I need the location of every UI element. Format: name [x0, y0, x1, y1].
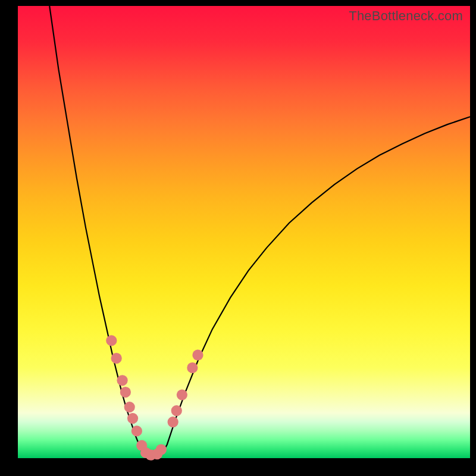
chart-frame: TheBottleneck.com [0, 0, 476, 476]
data-point [117, 375, 127, 386]
data-point [156, 444, 167, 455]
data-point [124, 402, 135, 412]
curve-left-branch [49, 6, 142, 453]
data-point [192, 350, 203, 361]
data-point [106, 335, 117, 346]
data-markers [106, 335, 203, 461]
data-point [171, 405, 182, 416]
curve-right-branch [162, 117, 470, 453]
data-point [120, 387, 131, 397]
data-point [177, 389, 187, 400]
bottleneck-curve [18, 6, 470, 458]
data-point [127, 413, 138, 424]
data-point [111, 353, 122, 364]
data-point [187, 362, 198, 373]
data-point [168, 416, 178, 427]
plot-area: TheBottleneck.com [18, 6, 470, 458]
data-point [131, 425, 142, 436]
